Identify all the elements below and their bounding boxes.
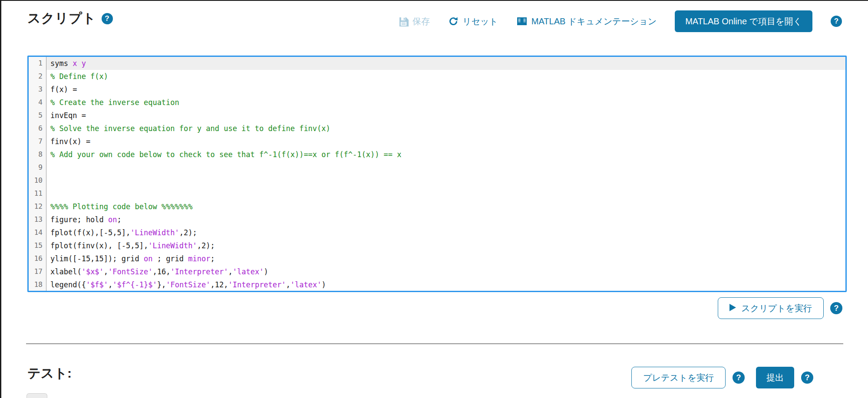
line-number: 13	[29, 213, 46, 226]
line-number: 6	[29, 122, 46, 135]
code-line[interactable]: 9	[29, 161, 845, 174]
matlab-online-help-icon[interactable]: ?	[831, 16, 842, 27]
script-help-icon[interactable]: ?	[102, 13, 113, 24]
pretest-help-icon[interactable]: ?	[733, 372, 745, 384]
line-number: 11	[29, 187, 46, 200]
code-line[interactable]: 8% Add your own code below to check to s…	[29, 148, 845, 161]
line-number: 2	[29, 70, 46, 83]
reset-refresh-icon	[448, 16, 459, 26]
matlab-documentation-label: MATLAB ドキュメンテーション	[531, 16, 657, 27]
save-button[interactable]: 保存	[399, 16, 430, 27]
code-text: fplot(finv(x), [-5,5],'LineWidth',2);	[46, 239, 845, 252]
run-script-button[interactable]: スクリプトを実行	[718, 297, 824, 319]
line-number: 14	[29, 226, 46, 239]
code-line[interactable]: 16ylim([-15,15]); grid on ; grid minor;	[29, 252, 845, 265]
code-text: finv(x) =	[46, 135, 845, 148]
code-line[interactable]: 11	[29, 187, 845, 200]
line-number: 3	[29, 83, 46, 96]
code-text: figure; hold on;	[46, 213, 845, 226]
code-line[interactable]: 5invEqn =	[29, 109, 845, 122]
line-number: 9	[29, 161, 46, 174]
code-text	[46, 161, 845, 174]
code-text	[46, 174, 845, 187]
code-line[interactable]: 2% Define f(x)	[29, 70, 845, 83]
tests-heading: テスト:	[27, 365, 72, 382]
line-number: 4	[29, 96, 46, 109]
line-number: 16	[29, 252, 46, 265]
submit-help-icon[interactable]: ?	[801, 372, 813, 384]
code-line[interactable]: 6% Solve the inverse equation for y and …	[29, 122, 845, 135]
code-text: % Solve the inverse equation for y and u…	[46, 122, 845, 135]
code-line[interactable]: 7finv(x) =	[29, 135, 845, 148]
open-matlab-online-button[interactable]: MATLAB Online で項目を開く	[675, 10, 812, 32]
code-lines: 1syms x y2% Define f(x)3f(x) =4% Create …	[29, 57, 845, 291]
code-line[interactable]: 13figure; hold on;	[29, 213, 845, 226]
line-number: 18	[29, 278, 46, 291]
line-number: 7	[29, 135, 46, 148]
open-matlab-online-label: MATLAB Online で項目を開く	[685, 16, 802, 27]
code-text	[46, 187, 845, 200]
code-line[interactable]: 3f(x) =	[29, 83, 845, 96]
matlab-documentation-button[interactable]: MATLAB ドキュメンテーション	[516, 16, 657, 27]
run-script-label: スクリプトを実行	[741, 303, 812, 314]
code-line[interactable]: 18legend({'$f$','$f^{-1}$'},'FontSize',1…	[29, 278, 845, 291]
line-number: 17	[29, 265, 46, 278]
code-text: fplot(f(x),[-5,5],'LineWidth',2);	[46, 226, 845, 239]
save-label: 保存	[413, 16, 430, 27]
code-line[interactable]: 12%%%% Plotting code below %%%%%%%	[29, 200, 845, 213]
code-text: f(x) =	[46, 83, 845, 96]
code-text: xlabel('$x$','FontSize',16,'Interpreter'…	[46, 265, 845, 278]
page-title: スクリプト	[27, 10, 96, 27]
matlab-grader-script-panel: スクリプト ? 保存	[0, 0, 868, 398]
play-icon	[729, 303, 736, 313]
code-line[interactable]: 17xlabel('$x$','FontSize',16,'Interprete…	[29, 265, 845, 278]
code-text: %%%% Plotting code below %%%%%%%	[46, 200, 845, 213]
run-pretest-button[interactable]: プレテストを実行	[631, 367, 726, 388]
code-text: invEqn =	[46, 109, 845, 122]
run-script-help-icon[interactable]: ?	[830, 302, 842, 314]
code-text: ylim([-15,15]); grid on ; grid minor;	[46, 252, 845, 265]
line-number: 15	[29, 239, 46, 252]
run-pretest-label: プレテストを実行	[643, 372, 714, 384]
code-text: % Add your own code below to check to se…	[46, 148, 845, 161]
code-line[interactable]: 15fplot(finv(x), [-5,5],'LineWidth',2);	[29, 239, 845, 252]
line-number: 5	[29, 109, 46, 122]
code-line[interactable]: 10	[29, 174, 845, 187]
code-text: % Create the inverse equation	[46, 96, 845, 109]
book-icon	[516, 16, 528, 26]
code-text: syms x y	[46, 57, 845, 70]
test-panel-edge	[26, 393, 47, 398]
code-text: % Define f(x)	[46, 70, 845, 83]
line-number: 12	[29, 200, 46, 213]
code-line[interactable]: 4% Create the inverse equation	[29, 96, 845, 109]
line-number: 10	[29, 174, 46, 187]
reset-button[interactable]: リセット	[448, 16, 498, 27]
submit-label: 提出	[766, 372, 784, 384]
section-divider	[26, 343, 843, 344]
code-line[interactable]: 1syms x y	[29, 57, 845, 70]
code-line[interactable]: 14fplot(f(x),[-5,5],'LineWidth',2);	[29, 226, 845, 239]
line-number: 1	[29, 57, 46, 70]
line-number: 8	[29, 148, 46, 161]
reset-label: リセット	[462, 16, 498, 27]
save-floppy-icon	[399, 16, 409, 26]
toolbar: 保存 リセット MATLAB ドキュメンテーション	[399, 8, 842, 35]
code-text: legend({'$f$','$f^{-1}$'},'FontSize',12,…	[46, 278, 845, 291]
script-code-editor[interactable]: 1syms x y2% Define f(x)3f(x) =4% Create …	[27, 56, 847, 292]
submit-button[interactable]: 提出	[756, 367, 794, 388]
